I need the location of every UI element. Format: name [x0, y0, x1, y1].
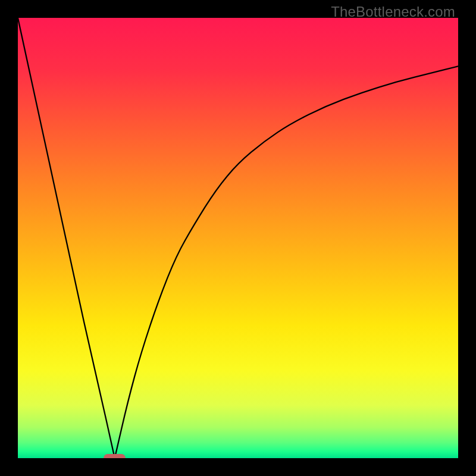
chart-frame	[18, 18, 458, 458]
curve-left-branch	[18, 18, 115, 458]
chart-curve	[18, 18, 458, 458]
curve-right-branch	[115, 66, 458, 458]
minimum-marker	[104, 454, 126, 458]
